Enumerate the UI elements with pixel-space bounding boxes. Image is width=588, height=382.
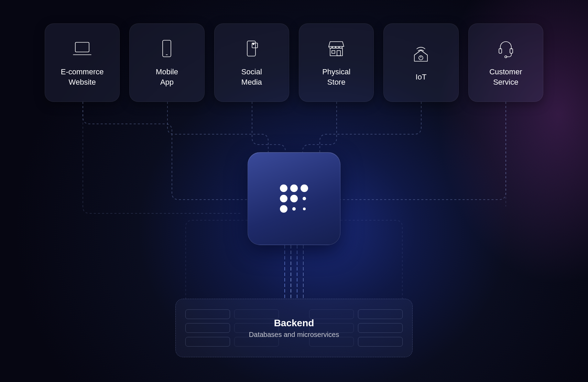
channel-card-mobile: Mobile App: [129, 23, 204, 102]
channel-row: E-commerce Website Mobile App Social Med…: [45, 23, 543, 102]
channel-card-iot: IoT: [383, 23, 458, 102]
svg-point-23: [303, 197, 306, 200]
channel-card-customer-service: Customer Service: [468, 23, 543, 102]
svg-point-26: [303, 208, 306, 210]
db-stack-icon: [309, 306, 354, 350]
svg-point-25: [292, 207, 296, 211]
svg-point-22: [290, 195, 298, 202]
db-stack-icon: [358, 306, 403, 350]
channel-label: Customer Service: [486, 67, 525, 87]
laptop-icon: [72, 38, 93, 59]
svg-point-20: [301, 184, 308, 192]
channel-label: IoT: [412, 72, 430, 82]
hub-node: [248, 152, 340, 245]
svg-rect-11: [337, 51, 340, 56]
store-icon: [326, 38, 347, 59]
backend-node: Backend Databases and microservices: [175, 299, 413, 357]
svg-rect-6: [163, 40, 171, 57]
headset-icon: [495, 38, 516, 59]
svg-point-24: [280, 205, 287, 213]
iot-icon: [410, 43, 432, 64]
svg-point-18: [280, 184, 287, 192]
svg-rect-4: [75, 42, 89, 52]
social-icon: [241, 38, 262, 59]
channel-card-social: Social Media: [214, 23, 289, 102]
backend-title: Backend: [274, 318, 314, 329]
channel-label: E-commerce Website: [57, 67, 107, 87]
channel-card-store: Physical Store: [299, 23, 374, 102]
channel-label: Physical Store: [319, 67, 354, 87]
channel-label: Mobile App: [152, 67, 182, 87]
mobile-icon: [156, 38, 177, 59]
svg-rect-12: [332, 51, 335, 53]
svg-point-21: [280, 195, 287, 202]
db-stack-icon: [185, 306, 230, 350]
channel-label: Social Media: [238, 67, 265, 87]
db-stack-icon: [234, 306, 279, 350]
channel-card-ecommerce: E-commerce Website: [45, 23, 120, 102]
grid-dots-icon: [275, 180, 313, 217]
svg-point-19: [290, 184, 298, 192]
